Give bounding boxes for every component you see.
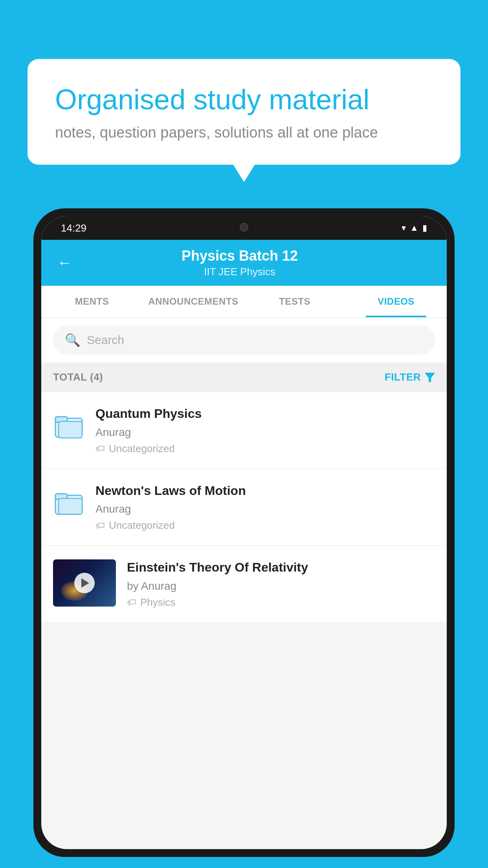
filter-label: FILTER (385, 371, 421, 383)
header-center: Physics Batch 12 IIT JEE Physics (80, 248, 400, 278)
search-input-wrapper[interactable]: 🔍 Search (53, 326, 435, 355)
phone-container: 14:29 ▾ ▲ ▮ ← Physics Batch 12 IIT JEE P… (33, 208, 455, 868)
video-title: Einstein's Theory Of Relativity (127, 559, 435, 576)
filter-button[interactable]: FILTER (385, 371, 435, 383)
video-info: Einstein's Theory Of Relativity by Anura… (127, 559, 435, 609)
filter-funnel-icon (425, 373, 435, 382)
search-icon: 🔍 (65, 333, 81, 348)
tab-ments[interactable]: MENTS (41, 286, 143, 317)
filter-bar: TOTAL (4) FILTER (41, 362, 447, 392)
video-info: Newton's Laws of Motion Anurag 🏷 Uncateg… (95, 483, 435, 532)
tag-icon: 🏷 (127, 597, 136, 608)
bubble-title: Organised study material (55, 83, 433, 116)
signal-icon: ▲ (410, 223, 418, 233)
list-item[interactable]: Quantum Physics Anurag 🏷 Uncategorized (41, 392, 447, 469)
video-tag: 🏷 Uncategorized (95, 443, 435, 455)
video-title: Newton's Laws of Motion (95, 483, 435, 499)
status-time: 14:29 (61, 222, 86, 234)
tag-icon: 🏷 (95, 520, 105, 531)
svg-rect-6 (59, 498, 82, 514)
header-subtitle: IIT JEE Physics (80, 266, 400, 278)
phone-notch (213, 216, 275, 238)
search-placeholder-text: Search (87, 333, 124, 347)
tab-videos[interactable]: VIDEOS (345, 286, 447, 317)
search-container: 🔍 Search (41, 318, 447, 362)
phone-screen: 14:29 ▾ ▲ ▮ ← Physics Batch 12 IIT JEE P… (41, 216, 447, 849)
tabs-bar: MENTS ANNOUNCEMENTS TESTS VIDEOS (41, 286, 447, 318)
video-author: Anurag (95, 426, 435, 439)
video-tag: 🏷 Uncategorized (95, 519, 435, 531)
folder-svg-icon (55, 411, 83, 440)
svg-rect-3 (59, 421, 82, 438)
video-list: Quantum Physics Anurag 🏷 Uncategorized (41, 392, 447, 623)
folder-icon (53, 487, 84, 518)
svg-marker-0 (425, 373, 435, 382)
video-author: by Anurag (127, 580, 435, 592)
tab-announcements[interactable]: ANNOUNCEMENTS (143, 286, 244, 317)
total-count-label: TOTAL (4) (53, 371, 103, 383)
tag-icon: 🏷 (95, 443, 105, 454)
video-author: Anurag (95, 503, 435, 515)
status-icons: ▾ ▲ ▮ (402, 223, 427, 233)
speech-bubble: Organised study material notes, question… (28, 59, 460, 165)
battery-icon: ▮ (422, 223, 427, 233)
folder-icon (53, 410, 84, 441)
phone-outer: 14:29 ▾ ▲ ▮ ← Physics Batch 12 IIT JEE P… (33, 208, 455, 857)
speech-bubble-container: Organised study material notes, question… (28, 59, 460, 165)
wifi-icon: ▾ (402, 223, 406, 233)
video-thumbnail (53, 559, 116, 607)
tab-tests[interactable]: TESTS (244, 286, 345, 317)
status-bar: 14:29 ▾ ▲ ▮ (41, 216, 447, 240)
play-triangle-icon (81, 578, 89, 588)
camera-dot (240, 223, 248, 232)
video-info: Quantum Physics Anurag 🏷 Uncategorized (95, 406, 435, 455)
tag-text: Uncategorized (109, 519, 175, 531)
play-button[interactable] (74, 573, 95, 593)
video-title: Quantum Physics (95, 406, 435, 422)
folder-svg-icon (55, 488, 83, 517)
list-item[interactable]: Einstein's Theory Of Relativity by Anura… (41, 546, 447, 623)
video-tag: 🏷 Physics (127, 596, 435, 609)
app-header: ← Physics Batch 12 IIT JEE Physics (41, 240, 447, 286)
header-title: Physics Batch 12 (80, 248, 400, 264)
back-button[interactable]: ← (57, 254, 72, 271)
bubble-subtitle: notes, question papers, solutions all at… (55, 124, 433, 141)
list-item[interactable]: Newton's Laws of Motion Anurag 🏷 Uncateg… (41, 469, 447, 546)
tag-text: Physics (140, 596, 176, 609)
tag-text: Uncategorized (109, 443, 175, 455)
